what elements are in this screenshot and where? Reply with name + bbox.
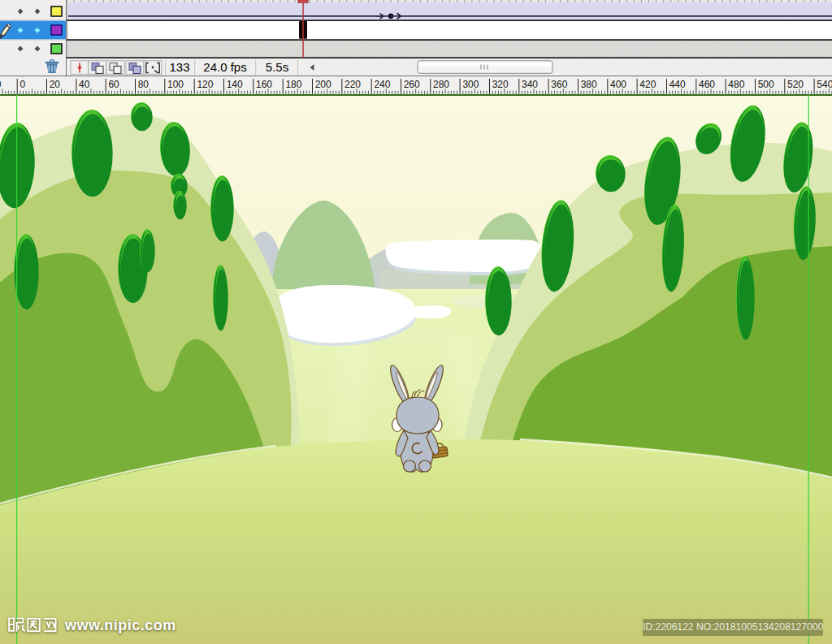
svg-text:100: 100 xyxy=(167,79,184,90)
svg-text:200: 200 xyxy=(315,79,332,90)
svg-text:400: 400 xyxy=(610,79,626,90)
svg-text:180: 180 xyxy=(285,79,301,90)
svg-text:260: 260 xyxy=(404,79,420,90)
svg-text:120: 120 xyxy=(197,79,213,90)
svg-text:5.5s: 5.5s xyxy=(266,60,288,74)
svg-text:360: 360 xyxy=(551,79,567,90)
svg-text:60: 60 xyxy=(108,79,119,90)
svg-text:300: 300 xyxy=(462,79,479,90)
svg-text:340: 340 xyxy=(522,79,538,90)
svg-text:240: 240 xyxy=(374,79,390,90)
svg-text:280: 280 xyxy=(433,79,449,90)
svg-text:0: 0 xyxy=(20,79,25,90)
svg-text:24.0 fps: 24.0 fps xyxy=(203,60,246,74)
svg-text:460: 460 xyxy=(699,79,715,90)
svg-text:133: 133 xyxy=(169,60,189,74)
svg-text:140: 140 xyxy=(227,79,243,90)
svg-text:40: 40 xyxy=(79,79,90,90)
svg-text:440: 440 xyxy=(670,79,686,90)
svg-text:480: 480 xyxy=(728,79,744,90)
svg-text:20: 20 xyxy=(50,79,61,90)
svg-text:420: 420 xyxy=(639,79,656,90)
svg-text:320: 320 xyxy=(492,79,509,90)
svg-text:380: 380 xyxy=(581,79,597,90)
svg-text:520: 520 xyxy=(787,79,804,90)
svg-text:220: 220 xyxy=(344,79,361,90)
svg-text:80: 80 xyxy=(138,79,150,90)
svg-text:540: 540 xyxy=(817,79,832,90)
svg-text:500: 500 xyxy=(758,79,774,90)
svg-text:160: 160 xyxy=(256,79,272,90)
